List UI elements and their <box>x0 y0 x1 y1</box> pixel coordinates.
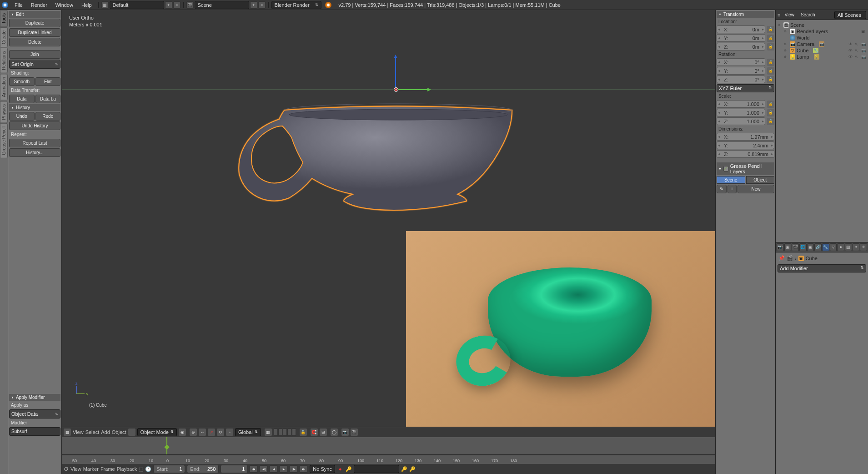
tree-lamp[interactable]: ⊕💡Lamp💡👁↖📷 <box>778 54 866 60</box>
play-button[interactable]: ► <box>280 465 288 473</box>
tab-animation[interactable]: Animation <box>0 74 8 100</box>
end-frame-field[interactable]: End:250 <box>187 465 219 473</box>
jump-start-button[interactable]: ⏮ <box>250 465 258 473</box>
tree-cube[interactable]: ⊕▽Cube🔧👁↖📷 <box>778 47 866 54</box>
props-tab-particles[interactable]: ✦ <box>853 243 860 251</box>
scene-icon[interactable]: 🎬 <box>186 1 194 9</box>
props-tab-object[interactable]: ▣ <box>807 243 814 251</box>
playhead[interactable] <box>166 437 167 454</box>
panel-edit-header[interactable]: Edit <box>9 11 60 18</box>
checkbox-icon[interactable] <box>723 166 728 171</box>
datablock-breadcrumb[interactable]: 📌🎬›▣Cube <box>778 254 866 262</box>
viewport-shading-icon[interactable]: ◉ <box>179 429 186 436</box>
timeline-view-menu[interactable]: View <box>70 466 81 472</box>
lock-icon[interactable]: 🔓 <box>767 59 774 66</box>
layer-button[interactable] <box>287 429 291 436</box>
gp-scene-button[interactable]: Scene <box>717 176 745 184</box>
outliner-editor-icon[interactable]: ≡ <box>778 12 780 18</box>
timeline-playback-menu[interactable]: Playback <box>117 466 137 472</box>
gp-add-icon[interactable]: + <box>728 185 737 193</box>
render-engine-dropdown[interactable]: Blender Render⇅ <box>271 1 321 9</box>
tree-camera[interactable]: ⊕📷Camera📷👁↖📷 <box>778 41 866 47</box>
current-frame-field[interactable]: 1 <box>221 465 248 473</box>
layers-grid-icon[interactable]: ▦ <box>265 429 272 436</box>
location-z-field[interactable]: ◂Z:0m▸ <box>717 43 765 50</box>
orientation-dropdown[interactable]: Global⇅ <box>235 428 261 436</box>
mode-icon[interactable] <box>128 429 135 436</box>
tab-grease-pencil[interactable]: Grease Pencil <box>0 123 8 158</box>
play-reverse-button[interactable]: ◄ <box>270 465 278 473</box>
join-button[interactable]: Join <box>9 50 60 59</box>
keying-set-icon[interactable]: 🔑 <box>346 466 352 472</box>
pivot-icon[interactable]: ⊕ <box>190 429 197 436</box>
props-tab-render[interactable]: 📷 <box>777 243 784 251</box>
add-modifier-dropdown[interactable]: Add Modifier⇅ <box>778 264 866 272</box>
screen-layout-icon[interactable]: ▦ <box>101 1 109 9</box>
apply-as-dropdown[interactable]: Object Data <box>9 409 60 419</box>
mode-dropdown[interactable]: Object Mode⇅ <box>137 428 177 436</box>
outliner-view-menu[interactable]: View <box>782 11 797 18</box>
lock-icon[interactable]: 🔓 <box>767 35 774 42</box>
scene-dropdown[interactable]: Scene <box>195 1 249 9</box>
add-menu[interactable]: Add <box>101 429 110 435</box>
info-editor-icon[interactable] <box>2 2 8 8</box>
delete-scene-button[interactable]: × <box>258 1 266 9</box>
outliner-tree[interactable]: ⊖🎬Scene ⊕▣RenderLayers▣ World ⊕📷Camera📷👁… <box>776 20 868 242</box>
manipulator-toggle-icon[interactable]: ↔ <box>199 429 206 436</box>
lock-icon[interactable]: 🔓 <box>767 101 774 108</box>
snap-icon[interactable]: 🧲 <box>311 429 318 436</box>
lock-icon[interactable]: 🔓 <box>767 43 774 50</box>
rotation-mode-dropdown[interactable]: XYZ Euler⇅ <box>717 84 774 92</box>
keyframe-prev-button[interactable]: ◄| <box>260 465 268 473</box>
translate-manipulator-icon[interactable]: ↗ <box>208 429 215 436</box>
props-tab-texture[interactable]: ▨ <box>845 243 852 251</box>
lock-icon[interactable]: 🔓 <box>767 118 774 125</box>
tree-render-layers[interactable]: ⊕▣RenderLayers▣ <box>778 28 866 35</box>
layer-button[interactable] <box>278 429 282 436</box>
menu-window[interactable]: Window <box>52 1 77 9</box>
timeline-ruler[interactable]: -50 -40 -30 -20 -10 0 10 20 30 40 50 60 … <box>62 455 715 464</box>
data-button[interactable]: Data <box>9 95 35 103</box>
snap-element-icon[interactable]: ⊞ <box>320 429 327 436</box>
clock-icon[interactable]: 🕐 <box>145 466 151 472</box>
mesh-object-cup[interactable] <box>212 99 539 244</box>
keyframe-next-button[interactable]: |► <box>290 465 298 473</box>
menu-render[interactable]: Render <box>27 1 51 9</box>
duplicate-button[interactable]: Duplicate <box>9 19 60 27</box>
props-tab-scene[interactable]: 🎬 <box>792 243 799 251</box>
data-layout-button[interactable]: Data La <box>35 95 61 103</box>
scale-z-field[interactable]: ◂Z:1.000▸ <box>717 117 765 125</box>
start-frame-field[interactable]: Start:1 <box>153 465 185 473</box>
add-layout-button[interactable]: + <box>165 1 172 9</box>
props-tab-constraints[interactable]: 🔗 <box>814 243 822 251</box>
tab-physics[interactable]: Physics <box>0 101 8 123</box>
location-y-field[interactable]: ◂Y:0m▸ <box>717 34 765 42</box>
layer-button[interactable] <box>292 429 296 436</box>
timeline-editor-icon[interactable]: ⏱ <box>64 466 69 472</box>
duplicate-linked-button[interactable]: Duplicate Linked <box>9 28 60 37</box>
lock-icon[interactable]: 🔓 <box>767 26 774 33</box>
smooth-button[interactable]: Smooth <box>9 77 35 86</box>
outliner-display-dropdown[interactable]: All Scenes <box>834 11 866 19</box>
sync-dropdown[interactable]: No Sync <box>310 465 335 473</box>
set-origin-dropdown[interactable]: Set Origin <box>9 60 60 69</box>
panel-apply-modifier-header[interactable]: Apply Modifier <box>9 394 60 401</box>
rotation-y-field[interactable]: ◂Y:0°▸ <box>717 67 765 75</box>
scale-x-field[interactable]: ◂X:1.000▸ <box>717 100 765 108</box>
scale-y-field[interactable]: ◂Y:1.000▸ <box>717 109 765 116</box>
jump-end-button[interactable]: ⏭ <box>300 465 308 473</box>
props-tab-modifiers[interactable]: 🔧 <box>822 243 829 251</box>
props-tab-world[interactable]: 🌐 <box>799 243 807 251</box>
tab-tools[interactable]: Tools <box>0 10 8 27</box>
menu-help[interactable]: Help <box>78 1 95 9</box>
flat-button[interactable]: Flat <box>35 77 61 86</box>
tree-world[interactable]: World <box>778 35 866 41</box>
history-button[interactable]: History... <box>9 148 60 157</box>
timeline-frame-menu[interactable]: Frame <box>100 466 115 472</box>
dimension-x-field[interactable]: ◂X:1.97mm▸ <box>717 133 774 141</box>
opengl-render-anim-icon[interactable]: 🎬 <box>351 429 358 436</box>
rotation-x-field[interactable]: ◂X:0°▸ <box>717 58 765 66</box>
props-tab-render-layers[interactable]: ▣ <box>784 243 792 251</box>
opengl-render-icon[interactable]: 📷 <box>341 429 349 436</box>
3d-viewport[interactable]: User Ortho Meters x 0.001 <box>62 10 715 427</box>
